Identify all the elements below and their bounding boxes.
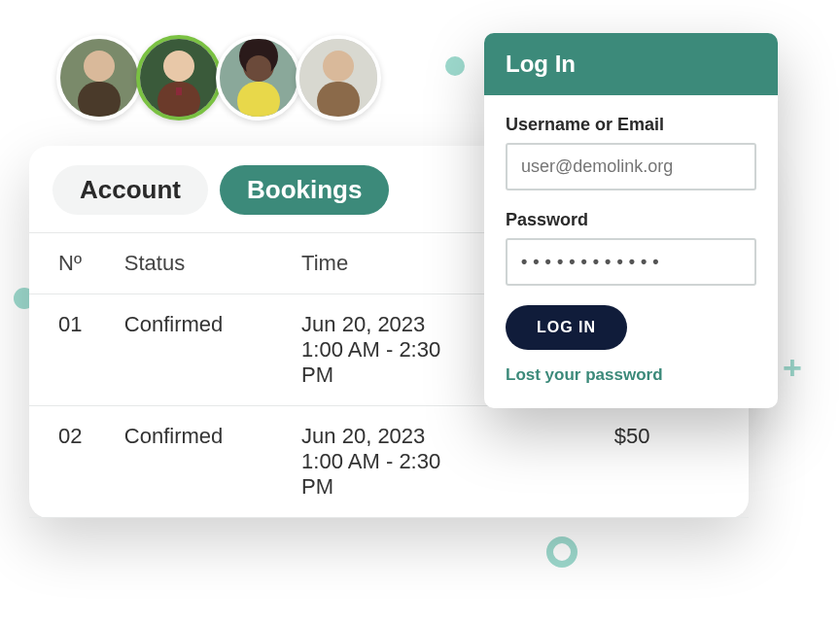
cell-status: Confirmed [113,294,290,406]
plus-icon [778,353,807,382]
password-input[interactable] [506,238,756,286]
username-input[interactable] [506,143,756,190]
svg-rect-2 [78,82,121,117]
cell-no: 01 [29,294,113,406]
cell-price: $50 [603,406,749,518]
col-header-status: Status [113,233,290,294]
tab-bookings[interactable]: Bookings [220,165,389,215]
svg-rect-5 [158,82,200,117]
avatar-row [62,35,381,121]
password-label: Password [506,210,756,230]
username-label: Username or Email [506,115,756,135]
cell-status: Confirmed [113,406,290,518]
svg-rect-11 [237,82,280,117]
tab-account[interactable]: Account [52,165,208,215]
login-title: Log In [484,33,778,95]
svg-point-1 [84,51,115,82]
avatar[interactable] [136,35,222,121]
col-header-no: Nº [29,233,113,294]
decorative-dot [445,56,465,76]
login-button[interactable]: LOG IN [506,305,627,350]
svg-point-13 [323,51,354,82]
login-panel: Log In Username or Email Password LOG IN… [484,33,778,408]
svg-point-4 [163,51,194,82]
decorative-ring [546,536,578,568]
cell-no: 02 [29,406,113,518]
avatar[interactable] [56,35,142,121]
lost-password-link[interactable]: Lost your password [506,365,663,385]
table-row[interactable]: 02 Confirmed Jun 20, 2023 1:00 AM - 2:30… [29,406,749,518]
svg-point-10 [246,55,271,81]
svg-rect-14 [317,82,360,117]
avatar[interactable] [296,35,381,121]
svg-rect-6 [176,87,182,95]
cell-time: Jun 20, 2023 1:00 AM - 2:30 PM [290,406,603,518]
avatar[interactable] [216,35,301,121]
